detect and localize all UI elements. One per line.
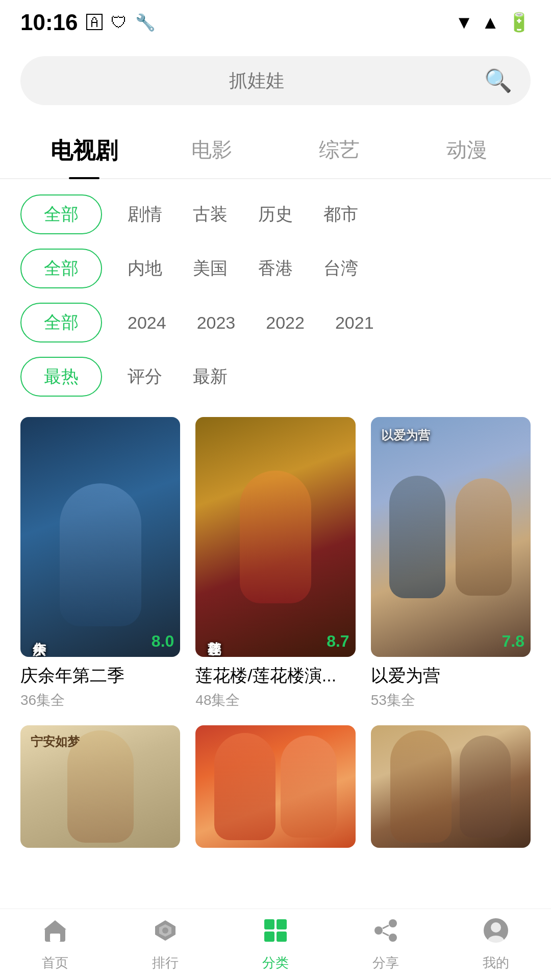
mine-icon	[483, 917, 509, 950]
nav-item-mine[interactable]: 我的	[441, 912, 551, 977]
status-time: 10:16	[20, 10, 78, 35]
filter-year-2021[interactable]: 2021	[330, 313, 379, 333]
search-container: 🔍	[0, 41, 551, 115]
filter-sort-rating[interactable]: 评分	[122, 365, 167, 388]
nav-item-category[interactable]: 分类	[220, 912, 331, 977]
card-poster: 宁安如梦	[20, 725, 180, 848]
filter-row-sort: 最热 评分 最新	[20, 357, 531, 397]
svg-rect-5	[277, 919, 287, 929]
filter-genre-drama[interactable]: 剧情	[122, 203, 167, 226]
tab-anime[interactable]: 动漫	[403, 126, 531, 178]
list-item[interactable]: 以爱为营 7.8 以爱为营 53集全	[371, 417, 531, 710]
filter-genre-urban[interactable]: 都市	[318, 203, 363, 226]
card-title: 庆余年第二季	[20, 664, 180, 688]
card-poster	[371, 725, 531, 848]
svg-point-9	[374, 926, 383, 935]
svg-point-3	[162, 927, 168, 934]
filter-region-tw[interactable]: 台湾	[318, 257, 363, 280]
status-bar: 10:16 🄰 🛡 🔧 ▼ ▲ 🔋	[0, 0, 551, 41]
tab-tv[interactable]: 电视剧	[20, 126, 148, 178]
filter-region-usa[interactable]: 美国	[188, 257, 233, 280]
filter-year-all[interactable]: 全部	[20, 303, 102, 342]
list-item[interactable]: 莲花楼 8.7 莲花楼/莲花楼演... 48集全	[195, 417, 355, 710]
category-icon	[262, 917, 289, 950]
list-item[interactable]	[195, 725, 355, 848]
filter-region-hk[interactable]: 香港	[253, 257, 298, 280]
rank-icon	[152, 917, 179, 950]
card-poster: 庆余年 8.0	[20, 417, 180, 657]
card-title: 以爱为营	[371, 664, 531, 688]
card-subtitle: 36集全	[20, 691, 180, 710]
filter-genre-history[interactable]: 历史	[253, 203, 298, 226]
svg-point-10	[389, 934, 397, 942]
filter-row-year: 全部 2024 2023 2022 2021	[20, 303, 531, 342]
filter-region-all[interactable]: 全部	[20, 249, 102, 288]
tab-variety[interactable]: 综艺	[276, 126, 403, 178]
nav-item-home[interactable]: 首页	[0, 912, 110, 977]
battery-icon: 🔋	[508, 12, 531, 33]
svg-point-14	[491, 922, 501, 933]
list-item[interactable]: 庆余年 8.0 庆余年第二季 36集全	[20, 417, 180, 710]
main-tabs: 电视剧 电影 综艺 动漫	[0, 115, 551, 179]
nav-label-rank: 排行	[152, 954, 179, 972]
content-grid: 庆余年 8.0 庆余年第二季 36集全 莲花楼 8.7 莲花楼/莲花楼演... …	[0, 412, 551, 848]
tab-movie[interactable]: 电影	[148, 126, 276, 178]
filter-year-2023[interactable]: 2023	[192, 313, 241, 333]
search-input[interactable]	[39, 70, 474, 91]
filter-year-2022[interactable]: 2022	[261, 313, 310, 333]
svg-point-8	[389, 919, 397, 927]
list-item[interactable]: 宁安如梦	[20, 725, 180, 848]
card-poster	[195, 725, 355, 848]
filter-region-mainland[interactable]: 内地	[122, 257, 167, 280]
share-icon	[372, 917, 399, 950]
nav-item-rank[interactable]: 排行	[110, 912, 220, 977]
bottom-nav: 首页 排行 分类	[0, 909, 551, 980]
card-rating: 8.0	[152, 632, 174, 651]
svg-rect-6	[264, 932, 274, 942]
card-poster: 莲花楼 8.7	[195, 417, 355, 657]
filter-sort-newest[interactable]: 最新	[188, 365, 233, 388]
signal-icon: ▲	[481, 12, 499, 33]
card-title: 莲花楼/莲花楼演...	[195, 664, 355, 688]
svg-line-12	[383, 933, 389, 936]
card-rating: 8.7	[327, 632, 349, 651]
wrench-icon: 🔧	[135, 13, 156, 32]
keyboard-icon: 🄰	[86, 13, 103, 32]
home-icon	[42, 917, 68, 950]
filter-genre-costume[interactable]: 古装	[188, 203, 233, 226]
search-bar[interactable]: 🔍	[20, 56, 531, 105]
nav-label-home: 首页	[42, 954, 68, 972]
svg-marker-2	[44, 920, 66, 929]
card-poster: 以爱为营 7.8	[371, 417, 531, 657]
filter-genre-all[interactable]: 全部	[20, 194, 102, 234]
list-item[interactable]	[371, 725, 531, 848]
filter-row-genre: 全部 剧情 古装 历史 都市	[20, 194, 531, 234]
card-subtitle: 53集全	[371, 691, 531, 710]
nav-label-category: 分类	[262, 954, 289, 972]
shield-icon: 🛡	[111, 13, 127, 32]
card-rating: 7.8	[502, 632, 524, 651]
wifi-icon: ▼	[455, 12, 473, 33]
nav-label-mine: 我的	[483, 954, 509, 972]
svg-rect-4	[264, 919, 274, 929]
filter-year-2024[interactable]: 2024	[122, 313, 171, 333]
filters: 全部 剧情 古装 历史 都市 全部 内地 美国 香港 台湾 全部 2024 20…	[0, 179, 551, 412]
svg-rect-7	[277, 932, 287, 942]
filter-row-region: 全部 内地 美国 香港 台湾	[20, 249, 531, 288]
nav-item-share[interactable]: 分享	[331, 912, 441, 977]
nav-label-share: 分享	[372, 954, 399, 972]
filter-sort-hot[interactable]: 最热	[20, 357, 102, 397]
svg-line-11	[383, 925, 389, 928]
search-icon[interactable]: 🔍	[484, 67, 512, 94]
svg-rect-1	[50, 934, 60, 942]
card-subtitle: 48集全	[195, 691, 355, 710]
